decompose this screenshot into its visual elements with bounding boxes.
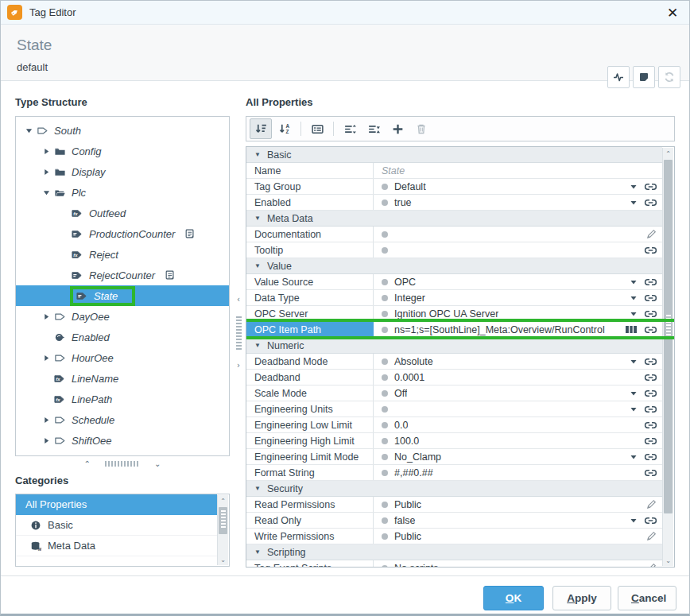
property-row-opc-server[interactable]: OPC ServerIgnition OPC UA Server — [246, 306, 662, 322]
apply-button[interactable]: Apply — [552, 586, 611, 610]
pencil-icon[interactable] — [645, 530, 657, 542]
expander-down-icon[interactable] — [40, 189, 52, 196]
link-icon[interactable] — [644, 181, 657, 192]
property-row-read-only[interactable]: Read Onlyfalse — [246, 513, 662, 529]
property-row-format-string[interactable]: Format String#,##0.## — [246, 465, 662, 481]
category-all-properties[interactable]: All Properties — [16, 494, 217, 515]
property-value-cell[interactable]: false — [374, 513, 662, 528]
sort-by-order-button[interactable] — [250, 118, 272, 139]
link-icon[interactable] — [644, 420, 657, 431]
property-row-engineering-units[interactable]: Engineering Units — [246, 401, 662, 417]
property-value-cell[interactable]: true — [374, 195, 662, 210]
dropdown-icon[interactable] — [630, 278, 638, 286]
tree-item-shiftoee[interactable]: ShiftOee — [16, 430, 229, 451]
property-value[interactable]: No_Clamp — [394, 451, 441, 463]
property-row-read-permissions[interactable]: Read PermissionsPublic — [246, 497, 662, 513]
property-row-write-permissions[interactable]: Write PermissionsPublic — [246, 529, 662, 544]
property-value[interactable]: State — [382, 165, 405, 176]
card-view-button[interactable] — [306, 118, 328, 139]
property-value[interactable]: Absolute — [394, 356, 433, 367]
section-collapse-icon[interactable]: ▼ — [254, 215, 261, 222]
tree-item-dayoee[interactable]: DayOee — [16, 306, 229, 327]
scroll-down-icon[interactable]: ⌄ — [663, 555, 673, 566]
scroll-down-icon[interactable]: ⌄ — [218, 554, 228, 565]
property-value[interactable]: false — [394, 515, 415, 526]
splitter-grip-icon[interactable] — [105, 461, 140, 467]
link-icon[interactable] — [644, 451, 657, 463]
property-row-engineering-low-limit[interactable]: Engineering Low Limit0.0 — [246, 417, 662, 433]
tree-item-state[interactable]: State — [16, 285, 229, 306]
tree-item-outfeed[interactable]: fxOutfeed — [16, 203, 229, 223]
link-icon[interactable] — [644, 515, 657, 526]
tree-item-south[interactable]: South — [16, 120, 229, 141]
tree-item-plc[interactable]: Plc — [16, 182, 229, 203]
sort-alphabetic-button[interactable]: AZ — [273, 118, 296, 139]
property-value-cell[interactable] — [374, 401, 662, 416]
dropdown-icon[interactable] — [630, 183, 638, 191]
property-row-engineering-high-limit[interactable]: Engineering High Limit100.0 — [246, 433, 662, 449]
splitter-down-icon[interactable]: ⌄ — [154, 459, 161, 468]
browse-icon[interactable] — [625, 324, 638, 335]
documentation-button[interactable] — [633, 66, 655, 88]
dropdown-icon[interactable] — [630, 389, 638, 397]
section-collapse-icon[interactable]: ▼ — [254, 548, 261, 556]
category-basic[interactable]: Basic — [16, 515, 217, 536]
collapse-all-button[interactable] — [362, 118, 385, 139]
section-security[interactable]: ▼Security — [246, 481, 662, 497]
pencil-icon[interactable] — [645, 228, 657, 240]
section-numeric[interactable]: ▼Numeric — [246, 338, 662, 354]
section-collapse-icon[interactable]: ▼ — [254, 485, 261, 492]
tree-item-productioncounter[interactable]: ProductionCounter — [16, 223, 229, 244]
pencil-icon[interactable] — [645, 562, 657, 568]
property-value-cell[interactable] — [374, 242, 662, 258]
dropdown-icon[interactable] — [630, 517, 638, 525]
vertical-splitter[interactable]: ‹ › — [232, 295, 245, 382]
scroll-up-icon[interactable]: ⌃ — [663, 148, 673, 159]
dropdown-icon[interactable] — [630, 294, 638, 302]
property-value[interactable]: #,##0.## — [394, 467, 433, 478]
property-value-cell[interactable]: Public — [374, 529, 662, 544]
section-meta-data[interactable]: ▼Meta Data — [246, 211, 662, 227]
link-icon[interactable] — [644, 293, 657, 304]
property-value[interactable]: 100.0 — [394, 436, 419, 447]
expander-right-icon[interactable] — [40, 313, 52, 320]
expander-right-icon[interactable] — [40, 416, 52, 424]
property-row-value-source[interactable]: Value SourceOPC — [246, 274, 662, 290]
link-icon[interactable] — [644, 245, 657, 256]
property-value-cell[interactable]: Default — [374, 179, 662, 194]
property-value-cell[interactable]: ns=1;s=[SouthLine]_Meta:Overview/RunCont… — [374, 322, 662, 337]
property-row-documentation[interactable]: Documentation — [246, 227, 662, 242]
expander-right-icon[interactable] — [40, 148, 52, 155]
property-row-tag-group[interactable]: Tag GroupDefault — [246, 179, 662, 195]
dropdown-icon[interactable] — [630, 199, 638, 207]
link-icon[interactable] — [644, 436, 657, 447]
property-value-cell[interactable]: Ignition OPC UA Server — [374, 306, 662, 321]
section-collapse-icon[interactable]: ▼ — [254, 342, 261, 349]
expander-right-icon[interactable] — [40, 437, 52, 444]
tree-item-reject[interactable]: fxReject — [16, 244, 229, 265]
link-icon[interactable] — [644, 197, 657, 208]
property-value[interactable]: Default — [394, 181, 426, 192]
tree-item-houroee[interactable]: HourOee — [16, 347, 229, 368]
property-value-cell[interactable]: 100.0 — [374, 433, 662, 448]
property-row-data-type[interactable]: Data TypeInteger — [246, 290, 662, 306]
dropdown-icon[interactable] — [630, 358, 638, 366]
property-row-enabled[interactable]: Enabledtrue — [246, 195, 662, 211]
splitter-right-icon[interactable]: › — [237, 361, 240, 370]
property-value[interactable]: 0.0 — [394, 420, 408, 431]
link-icon[interactable] — [644, 388, 657, 399]
splitter-left-icon[interactable]: ‹ — [237, 295, 240, 304]
property-row-deadband[interactable]: Deadband0.0001 — [246, 370, 662, 385]
expander-right-icon[interactable] — [40, 354, 52, 362]
property-row-deadband-mode[interactable]: Deadband ModeAbsolute — [246, 354, 662, 370]
splitter-grip-icon[interactable] — [236, 315, 242, 350]
property-value-cell[interactable]: Integer — [374, 290, 662, 305]
property-row-engineering-limit-mode[interactable]: Engineering Limit ModeNo_Clamp — [246, 449, 662, 465]
property-value-cell[interactable]: Public — [374, 497, 662, 512]
property-value-cell[interactable]: Absolute — [374, 354, 662, 369]
link-icon[interactable] — [644, 324, 657, 335]
property-row-tooltip[interactable]: Tooltip — [246, 242, 662, 258]
property-value-cell[interactable] — [374, 227, 662, 242]
property-row-opc-item-path[interactable]: OPC Item Pathns=1;s=[SouthLine]_Meta:Ove… — [246, 322, 662, 338]
section-collapse-icon[interactable]: ▼ — [254, 262, 261, 269]
